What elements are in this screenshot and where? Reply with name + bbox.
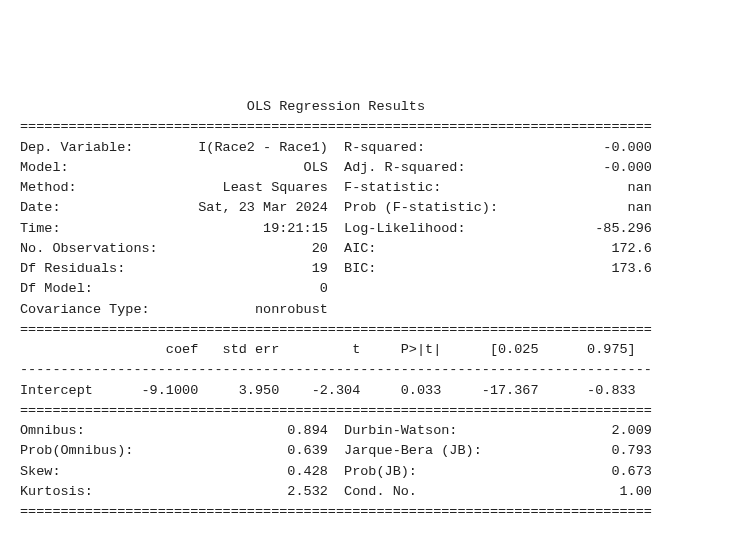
- ols-output: OLS Regression Results =================…: [20, 97, 736, 542]
